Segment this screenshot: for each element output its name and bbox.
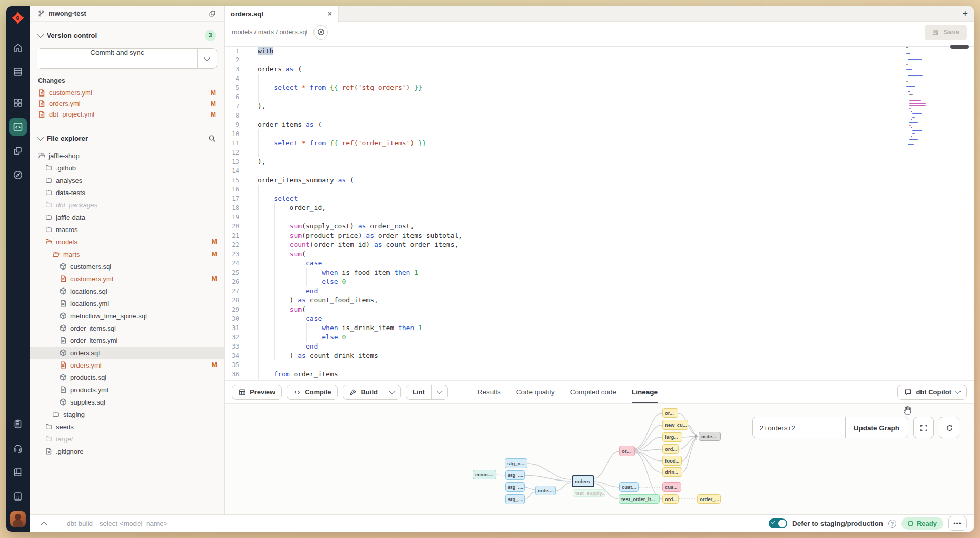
- minimap[interactable]: [906, 47, 934, 149]
- file-tree-item[interactable]: order_items.yml: [30, 334, 224, 347]
- home-icon[interactable]: [9, 39, 27, 56]
- lineage-node[interactable]: or...: [619, 446, 635, 456]
- search-icon[interactable]: [208, 134, 216, 142]
- toggle-knob: [778, 520, 786, 527]
- lineage-node[interactable]: orde...: [699, 432, 721, 441]
- lineage-node[interactable]: cust...: [619, 482, 639, 492]
- file-tree-item[interactable]: jaffle-data: [30, 211, 224, 223]
- file-tree-item[interactable]: locations.sql: [30, 285, 224, 297]
- build-button[interactable]: Build: [343, 385, 384, 399]
- tab-results[interactable]: Results: [478, 381, 501, 404]
- file-tree-item[interactable]: data-tests: [30, 186, 224, 199]
- lineage-compass-button[interactable]: [313, 25, 328, 40]
- lineage-node[interactable]: order_...: [697, 494, 721, 504]
- file-tree-item[interactable]: martsM: [30, 248, 224, 260]
- compile-button[interactable]: Compile: [287, 385, 338, 400]
- lineage-node[interactable]: cus...: [662, 482, 681, 492]
- file-tree-item[interactable]: metricflow_time_spine.sql: [30, 310, 224, 322]
- commit-dropdown[interactable]: [197, 49, 217, 68]
- fullscreen-button[interactable]: [913, 417, 934, 438]
- command-input[interactable]: dbt build --select <model_name>: [67, 520, 168, 527]
- update-graph-button[interactable]: Update Graph: [845, 417, 908, 438]
- more-options-button[interactable]: •••: [948, 516, 967, 531]
- version-control-header[interactable]: Version control 3: [30, 22, 224, 46]
- file-tree-item[interactable]: customers.ymlM: [30, 273, 224, 285]
- file-tree-item[interactable]: supplies.sql: [30, 396, 224, 408]
- file-tree-item[interactable]: analyses: [30, 174, 224, 186]
- changed-file-row[interactable]: orders.ymlM: [30, 98, 224, 109]
- file-tree-item[interactable]: jaffle-shop: [30, 149, 224, 162]
- lineage-node[interactable]: ord...: [662, 494, 679, 504]
- lint-button[interactable]: Lint: [406, 385, 431, 399]
- book-icon[interactable]: [9, 464, 27, 481]
- headset-icon[interactable]: [9, 439, 27, 457]
- lineage-node[interactable]: orde....: [535, 486, 556, 495]
- dbt-logo[interactable]: [9, 9, 27, 27]
- commit-and-sync-button[interactable]: Commit and sync: [37, 48, 217, 69]
- file-tree-item[interactable]: staging: [30, 408, 224, 420]
- file-tree-item[interactable]: orders.ymlM: [30, 359, 224, 371]
- lineage-node[interactable]: drin...: [662, 467, 682, 477]
- file-tree-item[interactable]: macros: [30, 223, 224, 236]
- file-explorer-header[interactable]: File explorer: [30, 127, 224, 146]
- file-tree-item[interactable]: target: [30, 433, 224, 445]
- file-tree-item[interactable]: locations.yml: [30, 297, 224, 310]
- file-tree-item[interactable]: dbt_packages: [30, 199, 224, 211]
- lint-dropdown[interactable]: [431, 385, 447, 399]
- lineage-node[interactable]: ecom....: [473, 470, 496, 479]
- defer-toggle[interactable]: [769, 518, 787, 528]
- lineage-node[interactable]: stg_....: [505, 482, 525, 492]
- refresh-icon: [946, 424, 953, 432]
- file-tree-item[interactable]: products.yml: [30, 383, 224, 396]
- new-tab-button[interactable]: +: [962, 9, 968, 18]
- code-editor-icon[interactable]: [9, 118, 27, 136]
- commit-button-label[interactable]: Commit and sync: [37, 49, 197, 68]
- expand-command-bar-button[interactable]: [37, 520, 50, 527]
- lineage-node[interactable]: food...: [662, 456, 682, 466]
- lineage-node[interactable]: test_order_it...: [619, 494, 660, 504]
- file-name: macros: [56, 226, 78, 234]
- tab-code-quality[interactable]: Code quality: [516, 381, 555, 404]
- clipboard-icon[interactable]: [9, 415, 27, 433]
- code-editor[interactable]: 1with23orders as (45 select * from {{ re…: [225, 43, 974, 380]
- lineage-node[interactable]: orders: [572, 475, 594, 487]
- windows-icon[interactable]: [9, 142, 27, 160]
- file-tree-item[interactable]: customers.sql: [30, 260, 224, 273]
- tab-compiled-code[interactable]: Compiled code: [570, 381, 616, 404]
- file-tree-item[interactable]: .gitignore: [30, 445, 224, 457]
- close-icon[interactable]: ×: [328, 10, 332, 17]
- copy-icon[interactable]: [209, 10, 216, 17]
- terminal-icon[interactable]: [9, 488, 27, 505]
- dbt-copilot-button[interactable]: dbt Copilot: [897, 385, 967, 400]
- refresh-button[interactable]: [939, 417, 959, 438]
- changed-file-row[interactable]: dbt_project.ymlM: [30, 109, 224, 120]
- lineage-node[interactable]: larg...: [662, 432, 682, 442]
- file-tree-item[interactable]: orders.sql: [30, 347, 224, 359]
- lineage-node[interactable]: ord...: [662, 444, 679, 454]
- lineage-node[interactable]: new_cu...: [662, 420, 688, 430]
- preview-button[interactable]: Preview: [232, 385, 282, 400]
- lineage-node[interactable]: stg_....: [505, 470, 525, 480]
- help-icon[interactable]: ?: [888, 520, 896, 528]
- file-tree-item[interactable]: seeds: [30, 420, 224, 433]
- tab-lineage[interactable]: Lineage: [632, 381, 658, 404]
- file-tree-item[interactable]: products.sql: [30, 371, 224, 383]
- save-button[interactable]: Save: [925, 25, 967, 40]
- scrollbar-thumb[interactable]: [950, 45, 969, 49]
- tab-orders-sql[interactable]: orders.sql ×: [225, 6, 339, 22]
- lineage-node[interactable]: test_supply...: [573, 489, 605, 497]
- lineage-filter-input[interactable]: [753, 417, 845, 438]
- lineage-node[interactable]: or...: [662, 408, 678, 418]
- changed-file-row[interactable]: customers.ymlM: [30, 87, 224, 98]
- lineage-node[interactable]: stg_o....: [505, 458, 527, 468]
- stack-icon[interactable]: [9, 63, 27, 81]
- lineage-node[interactable]: stg_....: [505, 494, 525, 504]
- compass-icon[interactable]: [9, 166, 27, 184]
- file-tree-item[interactable]: .github: [30, 162, 224, 174]
- user-avatar[interactable]: [10, 511, 26, 527]
- file-tree-item[interactable]: modelsM: [30, 236, 224, 248]
- code-line: 27 end: [225, 286, 974, 296]
- grid-icon[interactable]: [9, 94, 27, 111]
- build-dropdown[interactable]: [384, 385, 400, 399]
- file-tree-item[interactable]: order_items.sql: [30, 322, 224, 334]
